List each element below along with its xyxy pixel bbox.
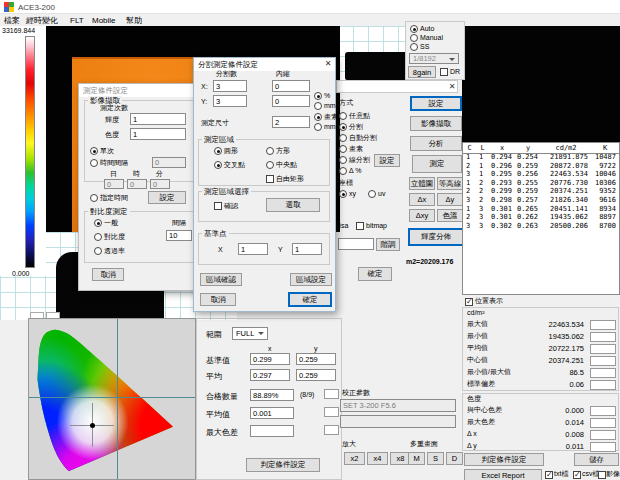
range-dropdown[interactable]: FULL — [232, 327, 268, 340]
gradation-field[interactable] — [338, 238, 374, 250]
mode-set-button[interactable]: 設定 — [374, 154, 400, 167]
region-set-button[interactable]: 區域設定 — [290, 273, 332, 286]
x-division-field[interactable]: 3 — [213, 80, 247, 92]
circle-radio[interactable] — [214, 147, 222, 155]
size-mm-radio[interactable] — [314, 123, 322, 131]
color-temp-button[interactable]: 色溫 — [437, 209, 463, 222]
confirm-checkbox[interactable] — [214, 202, 222, 210]
delta-x-button[interactable]: Δx — [409, 193, 435, 206]
auto-radio[interactable] — [410, 25, 418, 33]
menu-mobile[interactable]: Mobile — [92, 16, 116, 25]
inset-mm-radio[interactable] — [314, 102, 322, 110]
contrast-value-field[interactable]: 10 — [166, 230, 192, 241]
table-row[interactable]: 310.2950.25622463.53410046 — [463, 170, 619, 179]
csv-checkbox[interactable] — [573, 471, 581, 479]
pick-button[interactable]: 選取 — [266, 198, 320, 212]
mode-split-radio[interactable] — [339, 123, 347, 131]
luminance-dist-button[interactable]: 輝度分佈 — [408, 228, 464, 246]
gradation-button[interactable]: 階調 — [376, 238, 400, 251]
base-y-field[interactable]: 1 — [292, 243, 322, 255]
x-inset-field[interactable]: 0 — [272, 80, 310, 92]
split-cancel-button[interactable]: 取消 — [200, 293, 236, 306]
three-d-button[interactable]: 立體圖 — [409, 177, 435, 190]
normal-radio[interactable] — [94, 219, 102, 227]
shutter-dropdown[interactable]: 1/8192 — [409, 53, 459, 64]
specified-time-set-button[interactable]: 設定 — [148, 191, 186, 204]
menu-flt[interactable]: FLT — [70, 16, 84, 25]
free-rect-checkbox[interactable] — [266, 175, 274, 183]
average-x-field[interactable]: 0.297 — [250, 369, 290, 381]
size-field[interactable]: 2 — [272, 116, 310, 128]
interval-radio[interactable] — [90, 159, 98, 167]
inset-percent-radio[interactable] — [314, 92, 322, 100]
txt-checkbox[interactable] — [545, 471, 553, 479]
day-field[interactable]: 0 — [104, 179, 124, 189]
menu-help[interactable]: 幫助 — [126, 16, 142, 25]
delta-xy-button[interactable]: Δxy — [409, 209, 435, 222]
image-file-checkbox[interactable] — [598, 471, 606, 479]
mode-any-point-radio[interactable] — [339, 112, 347, 120]
minute-field[interactable]: 0 — [150, 179, 170, 189]
table-row[interactable]: 230.3010.26219435.0628897 — [463, 213, 619, 222]
square-radio[interactable] — [266, 147, 274, 155]
image-capture-button[interactable]: 影像擷取 — [410, 116, 462, 131]
reference-x-field[interactable]: 0.299 — [250, 353, 290, 365]
cross-point-radio[interactable] — [214, 161, 222, 169]
table-row[interactable]: 110.2940.25421891.87510487 — [463, 153, 619, 162]
delta-y-button[interactable]: Δy — [437, 193, 463, 206]
gain-button[interactable]: 8gain — [408, 66, 436, 78]
size-pixel-radio[interactable] — [314, 113, 322, 121]
interval-field[interactable]: 0 — [152, 157, 186, 168]
hour-field[interactable]: 0 — [127, 179, 147, 189]
menu-timelapse[interactable]: 經時變化 — [26, 16, 58, 25]
coord-uv-radio[interactable] — [368, 190, 376, 198]
secondary-image-display[interactable] — [462, 26, 620, 142]
bitmap-checkbox[interactable] — [356, 222, 364, 230]
reference-y-field[interactable]: 0.259 — [296, 353, 336, 365]
coord-xy-radio[interactable] — [339, 190, 347, 198]
base-x-field[interactable]: 1 — [238, 243, 268, 255]
mode-pixel-radio[interactable] — [339, 145, 347, 153]
luminance-count-field[interactable]: 1 — [130, 113, 186, 125]
split-ok-button[interactable]: 確定 — [288, 292, 332, 307]
table-row[interactable]: 120.2930.25520776.73010306 — [463, 179, 619, 188]
analyze-button[interactable]: 分析 — [410, 136, 462, 151]
set-button[interactable]: 設定 — [410, 96, 462, 111]
multi-d-button[interactable]: D — [446, 452, 463, 465]
single-shot-radio[interactable] — [90, 147, 98, 155]
mode-linesplit-radio[interactable] — [339, 156, 347, 164]
mode-autosplit-radio[interactable] — [339, 134, 347, 142]
y-inset-field[interactable]: 0 — [272, 95, 310, 107]
position-display-checkbox[interactable] — [465, 298, 473, 306]
multi-m-button[interactable]: M — [408, 452, 425, 465]
chroma-count-field[interactable]: 1 — [130, 128, 186, 140]
ss-radio[interactable] — [410, 43, 418, 51]
center-point-radio[interactable] — [266, 161, 274, 169]
region-confirm-button[interactable]: 區域確認 — [200, 273, 242, 286]
dr-checkbox[interactable] — [440, 68, 448, 76]
manual-radio[interactable] — [410, 34, 418, 42]
excel-report-button[interactable]: Excel Report — [464, 469, 542, 480]
condition-cancel-button[interactable]: 取消 — [92, 268, 124, 281]
contour-button[interactable]: 等高線 — [437, 177, 463, 190]
transmit-radio[interactable] — [94, 247, 102, 255]
table-row[interactable]: 220.2990.25920374.2519352 — [463, 187, 619, 196]
measure-button[interactable]: 測定 — [412, 155, 462, 173]
table-row[interactable]: 210.2960.25920872.0789722 — [463, 162, 619, 171]
mode-delta-radio[interactable] — [339, 167, 347, 175]
mode-panel-close-icon[interactable]: ✕ — [447, 82, 457, 92]
menu-file[interactable]: 檔案 — [4, 16, 20, 25]
mode-ok-button[interactable]: 確定 — [358, 267, 392, 281]
table-row[interactable]: 130.3010.26520451.1418934 — [463, 205, 619, 214]
judge-condition-button[interactable]: 判定條件設定 — [464, 453, 544, 466]
average-y-field[interactable]: 0.259 — [296, 369, 336, 381]
specified-time-radio[interactable] — [90, 194, 98, 202]
table-row[interactable]: 320.2980.25721826.3409616 — [463, 196, 619, 205]
multi-s-button[interactable]: S — [427, 452, 444, 465]
save-button[interactable]: 儲存 — [574, 453, 619, 466]
contrast-radio[interactable] — [94, 233, 102, 241]
zoom-x4-button[interactable]: x4 — [367, 452, 388, 465]
split-dialog-close-icon[interactable]: ✕ — [323, 59, 333, 69]
table-row[interactable]: 330.3020.26320500.2068700 — [463, 222, 619, 231]
y-division-field[interactable]: 3 — [213, 95, 247, 107]
